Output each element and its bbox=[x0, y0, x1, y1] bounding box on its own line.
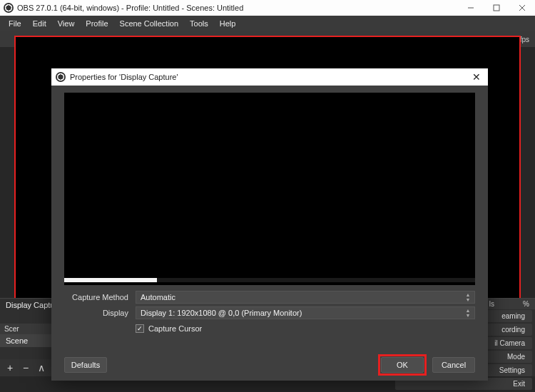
menu-view[interactable]: View bbox=[52, 17, 81, 30]
minimize-button[interactable] bbox=[458, 0, 484, 16]
spinner-icon[interactable]: ▲▼ bbox=[463, 292, 473, 302]
menu-help[interactable]: Help bbox=[214, 17, 242, 30]
remove-icon[interactable]: − bbox=[20, 362, 31, 373]
window-title: OBS 27.0.1 (64-bit, windows) - Profile: … bbox=[17, 4, 243, 12]
defaults-button[interactable]: Defaults bbox=[64, 357, 107, 373]
controls-head: ls bbox=[489, 300, 494, 308]
close-window-button[interactable] bbox=[509, 0, 535, 16]
dialog-title: Properties for 'Display Capture' bbox=[70, 73, 178, 81]
capture-cursor-checkbox[interactable]: ✓ bbox=[136, 324, 144, 333]
cancel-button[interactable]: Cancel bbox=[432, 357, 475, 373]
controls-head-pct: % bbox=[523, 300, 529, 308]
display-value: Display 1: 1920x1080 @ 0,0 (Primary Moni… bbox=[141, 309, 302, 317]
capture-cursor-label: Capture Cursor bbox=[148, 324, 202, 333]
up-icon[interactable]: ∧ bbox=[36, 362, 47, 373]
display-select[interactable]: Display 1: 1920x1080 @ 0,0 (Primary Moni… bbox=[136, 306, 475, 319]
titlebar: OBS 27.0.1 (64-bit, windows) - Profile: … bbox=[0, 0, 535, 16]
ok-button[interactable]: OK bbox=[381, 357, 424, 373]
ok-highlight: OK bbox=[378, 354, 427, 376]
obs-logo-icon bbox=[4, 3, 14, 13]
menu-edit[interactable]: Edit bbox=[27, 17, 52, 30]
menubar: File Edit View Profile Scene Collection … bbox=[0, 16, 535, 31]
capture-method-label: Capture Method bbox=[64, 293, 136, 301]
menu-profile[interactable]: Profile bbox=[80, 17, 113, 30]
close-icon[interactable]: ✕ bbox=[469, 71, 484, 83]
obs-logo-icon bbox=[56, 72, 66, 82]
properties-dialog: Properties for 'Display Capture' ✕ Captu… bbox=[51, 68, 488, 381]
add-icon[interactable]: + bbox=[4, 362, 16, 373]
dialog-titlebar: Properties for 'Display Capture' ✕ bbox=[51, 68, 488, 86]
spinner-icon[interactable]: ▲▼ bbox=[463, 308, 473, 318]
dialog-preview bbox=[64, 93, 475, 285]
capture-method-value: Automatic bbox=[141, 293, 175, 301]
menu-file[interactable]: File bbox=[3, 17, 27, 30]
maximize-button[interactable] bbox=[484, 0, 509, 16]
menu-tools[interactable]: Tools bbox=[184, 17, 214, 30]
svg-rect-1 bbox=[494, 5, 499, 11]
display-label: Display bbox=[64, 309, 136, 317]
capture-method-select[interactable]: Automatic ▲▼ bbox=[136, 291, 475, 304]
menu-scene-collection[interactable]: Scene Collection bbox=[114, 17, 185, 30]
